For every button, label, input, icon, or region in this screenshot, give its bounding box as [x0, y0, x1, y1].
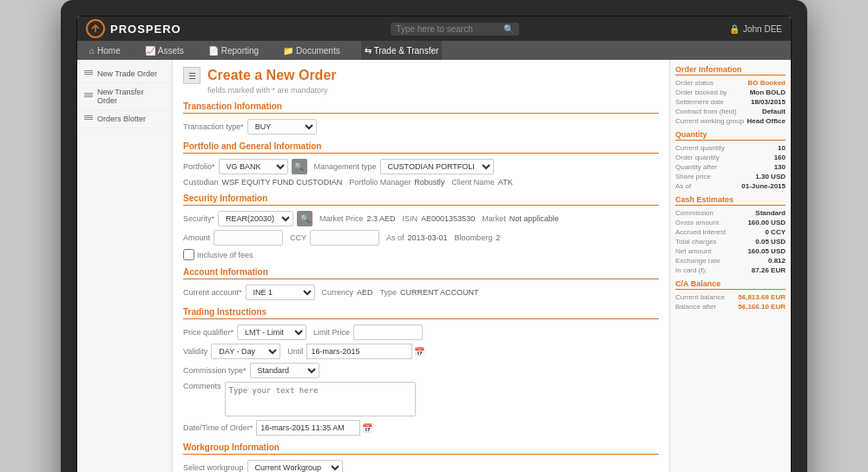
portfolio-group: Portfolio* VG BANK 🔍 [183, 159, 307, 174]
sidebar-item-orders-blotter[interactable]: Orders Blotter [77, 110, 172, 128]
account-row: Current account* INE 1 Currency AED Type… [183, 285, 659, 300]
sidebar-new-trade-label: New Trade Order [97, 69, 157, 78]
sidebar-item-new-trade-order[interactable]: New Trade Order [77, 65, 172, 83]
as-of-label: As of [386, 233, 404, 242]
isin-value: AE0001353530 [421, 214, 475, 223]
search-input[interactable] [396, 24, 500, 34]
security-search-btn[interactable]: 🔍 [297, 211, 312, 226]
rp-current-qty-value: 10 [778, 144, 786, 152]
search-bar[interactable]: 🔍 [391, 23, 519, 36]
as-of-value: 2013-03-01 [408, 233, 448, 242]
rp-contract-from-value: Default [762, 108, 786, 115]
currency-group: Currency AED [322, 288, 373, 297]
rp-share-price-label: Share price [675, 173, 753, 180]
client-group: Client Name ATK [451, 178, 512, 187]
bloomberg-value: 2 [496, 233, 500, 242]
nav-reporting[interactable]: 📄 Reporting [205, 41, 262, 60]
user-label: John DEE [743, 24, 782, 34]
documents-icon: 📁 [283, 46, 293, 56]
rp-booked-by-label: Order booked by [675, 88, 748, 96]
security-select[interactable]: REAR(20030) [218, 211, 293, 226]
rp-contract-from-label: Contract from (field) [675, 108, 760, 115]
nav-bar: ⌂ Home 📈 Assets 📄 Reporting 📁 Documents … [77, 41, 791, 60]
transaction-type-select[interactable]: BUY [247, 119, 317, 134]
nav-documents[interactable]: 📁 Documents [279, 41, 344, 60]
nav-home[interactable]: ⌂ Home [86, 41, 124, 60]
price-qualifier-label: Price qualifier* [183, 328, 233, 337]
bloomberg-group: Bloomberg 2 [455, 233, 501, 242]
rp-exchange-rate-row: Exchange rate 0.812 [675, 257, 786, 265]
until-input[interactable] [306, 344, 412, 359]
page-title-icon: ☰ [183, 67, 201, 84]
rp-in-card-label: In card (f): [675, 266, 750, 274]
rp-commission-est-label: Commission [675, 209, 753, 217]
laptop-screen: PROSPERO 🔍 🔒 John DEE ⌂ Home 📈 Assets [76, 16, 792, 472]
custodian-group: Custodian WSF EQUITY FUND CUSTODIAN [183, 178, 342, 187]
sidebar-new-transfer-label: New Transfer Order [97, 88, 165, 105]
ccy-group: CCY [290, 230, 379, 246]
rp-qty-after-value: 130 [774, 163, 786, 171]
sidebar: New Trade Order New Transfer Order Order… [77, 60, 173, 472]
datetime-label: Date/Time of Order* [183, 423, 253, 432]
rp-order-qty-value: 160 [774, 154, 786, 161]
portfolio-search-btn[interactable]: 🔍 [292, 159, 307, 174]
mgmt-type-group: Management type CUSTODIAN PORTFOLI [314, 159, 494, 174]
price-qualifier-select[interactable]: LMT - Limit [237, 324, 306, 340]
rp-order-status-row: Order status BO Booked [675, 79, 786, 87]
rp-settlement-value: 18/03/2015 [751, 98, 786, 106]
validity-select[interactable]: DAY - Day [211, 344, 280, 359]
amount-input[interactable] [214, 230, 283, 246]
nav-trade[interactable]: ⇆ Trade & Transfer [361, 41, 443, 60]
mgmt-type-select[interactable]: CUSTODIAN PORTFOLI [380, 159, 494, 174]
search-icon[interactable]: 🔍 [503, 24, 514, 34]
rp-current-qty-label: Current quantity [675, 144, 776, 152]
rp-gross-label: Gross amount [675, 219, 746, 226]
app-body: New Trade Order New Transfer Order Order… [77, 60, 791, 472]
client-name-label: Client Name [451, 178, 495, 187]
datetime-wrap: 📅 [256, 420, 372, 436]
rp-net-amount-label: Net amount [675, 247, 746, 255]
page-title-area: ☰ Create a New Order [183, 67, 659, 84]
user-area: 🔒 John DEE [729, 24, 782, 34]
rp-share-price-row: Share price 1.30 USD [675, 173, 786, 180]
rp-commission-est-value: Standard [755, 209, 786, 217]
datetime-input[interactable] [256, 420, 360, 436]
logo-text: PROSPERO [110, 23, 181, 36]
list-icon [84, 70, 93, 77]
ccy-input[interactable] [310, 230, 379, 246]
assets-icon: 📈 [145, 46, 155, 56]
nav-assets[interactable]: 📈 Assets [141, 41, 187, 60]
rp-balance-after-value: 56,166.10 EUR [738, 303, 786, 311]
until-calendar-icon[interactable]: 📅 [414, 347, 424, 357]
datetime-calendar-icon[interactable]: 📅 [362, 423, 372, 433]
commission-group: Commission type* Standard [183, 363, 319, 378]
incl-fees-checkbox[interactable] [183, 249, 194, 260]
portfolio-label: Portfolio* [183, 162, 215, 171]
commission-select[interactable]: Standard [250, 363, 319, 378]
security-label: Security* [183, 214, 214, 223]
limit-price-input[interactable] [353, 324, 423, 340]
portfolio-info-row: Custodian WSF EQUITY FUND CUSTODIAN Port… [183, 178, 659, 187]
account-type-value: CURRENT ACCOUNT [400, 288, 478, 297]
nav-reporting-label: Reporting [221, 46, 259, 56]
main-content: ☰ Create a New Order fields marked with … [173, 60, 669, 472]
lock-icon: 🔒 [729, 24, 740, 34]
rp-order-qty-row: Order quantity 160 [675, 154, 786, 161]
account-select[interactable]: INE 1 [246, 285, 315, 300]
validity-group: Validity DAY - Day [183, 344, 280, 359]
rp-quantity-title: Quantity [675, 130, 786, 141]
section-transaction: Transaction Information [183, 102, 659, 114]
market-group: Market Not applicable [482, 214, 559, 223]
rp-order-status-value: BO Booked [747, 79, 786, 87]
ccy-label: CCY [290, 233, 306, 242]
comments-group: Comments [183, 382, 416, 416]
reporting-icon: 📄 [208, 46, 219, 56]
rp-order-info-title: Order Information [675, 65, 786, 75]
comments-textarea[interactable] [225, 382, 416, 416]
rp-accrued-row: Accrued Interest 0 CCY [675, 228, 786, 236]
portfolio-select[interactable]: VG BANK [219, 159, 288, 174]
workgroup-select[interactable]: Current Workgroup [247, 460, 343, 472]
account-group: Current account* INE 1 [183, 285, 315, 300]
rp-exchange-rate-label: Exchange rate [675, 257, 766, 265]
sidebar-item-new-transfer-order[interactable]: New Transfer Order [77, 83, 172, 110]
